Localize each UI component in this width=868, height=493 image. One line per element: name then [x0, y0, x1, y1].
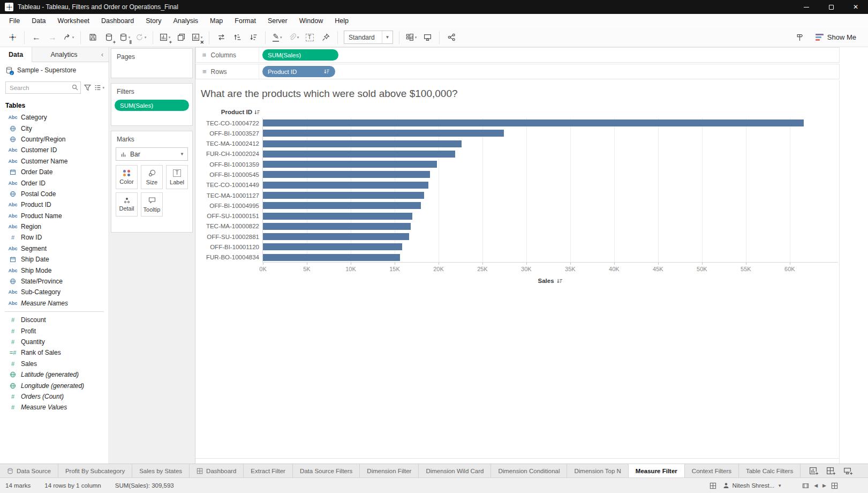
- columns-shelf[interactable]: ≡ Columns SUM(Sales): [195, 47, 840, 63]
- sheet-tab-dimension-top-n[interactable]: Dimension Top N: [567, 464, 628, 477]
- bar[interactable]: [263, 130, 504, 137]
- bar[interactable]: [263, 243, 402, 250]
- field-longitude-generated[interactable]: Longitude (generated): [0, 380, 109, 391]
- x-axis-label[interactable]: Sales: [262, 278, 838, 284]
- field-latitude-generated[interactable]: Latitude (generated): [0, 369, 109, 380]
- group-members-button[interactable]: ▾: [286, 30, 301, 45]
- field-measure-values[interactable]: #Measure Values: [0, 402, 109, 413]
- mark-type-dropdown[interactable]: Bar ▼: [116, 147, 188, 161]
- row-label[interactable]: TEC-MA-10000822: [206, 223, 259, 229]
- sheet-tab-dimension-conditional[interactable]: Dimension Conditional: [491, 464, 567, 477]
- duplicate-sheet-button[interactable]: [173, 30, 188, 45]
- new-data-source-button[interactable]: +: [101, 30, 116, 45]
- bar[interactable]: [263, 192, 424, 199]
- replay-button[interactable]: ▾: [61, 30, 76, 45]
- sheet-tab-context-filters[interactable]: Context Filters: [685, 464, 739, 477]
- filter-fields-icon[interactable]: [84, 84, 91, 91]
- field-city[interactable]: City: [0, 123, 109, 133]
- field-discount[interactable]: #Discount: [0, 315, 109, 325]
- show-hide-cards-button[interactable]: ▾: [404, 30, 419, 45]
- collapse-pane-icon[interactable]: ‹: [96, 47, 109, 62]
- field-segment[interactable]: AbcSegment: [0, 243, 109, 254]
- undo-button[interactable]: ←: [29, 30, 44, 45]
- menu-window[interactable]: Window: [293, 14, 329, 28]
- row-label[interactable]: OFF-SU-10000151: [207, 213, 259, 219]
- fix-axes-button[interactable]: [318, 30, 333, 45]
- mark-color-button[interactable]: Color: [116, 165, 138, 189]
- worksheet-flag-icon[interactable]: [792, 30, 807, 45]
- columns-pill-sum-sales[interactable]: SUM(Sales): [262, 49, 338, 61]
- field-ship-mode[interactable]: AbcShip Mode: [0, 265, 109, 275]
- mark-detail-button[interactable]: Detail: [116, 192, 138, 216]
- field-postal-code[interactable]: Postal Code: [0, 189, 109, 199]
- swap-rows-and-columns-button[interactable]: [214, 30, 229, 45]
- view-as-list-icon[interactable]: ▾: [94, 84, 104, 91]
- bar[interactable]: [263, 202, 421, 209]
- menu-format[interactable]: Format: [229, 14, 262, 28]
- menu-map[interactable]: Map: [204, 14, 229, 28]
- show-mark-labels-button[interactable]: T: [302, 30, 317, 45]
- field-order-id[interactable]: AbcOrder ID: [0, 177, 109, 188]
- redo-button[interactable]: →: [45, 30, 60, 45]
- field-rank-of-sales[interactable]: =#Rank of Sales: [0, 347, 109, 358]
- minimize-button[interactable]: [794, 0, 819, 14]
- row-field-header[interactable]: Product ID: [195, 109, 260, 115]
- maximize-button[interactable]: [819, 0, 843, 14]
- datasource-row[interactable]: ✓ Sample - Superstore: [0, 62, 109, 78]
- row-label[interactable]: TEC-CO-10001449: [206, 182, 259, 188]
- field-customer-name[interactable]: AbcCustomer Name: [0, 156, 109, 167]
- sheet-tab-dashboard[interactable]: Dashboard: [190, 464, 244, 477]
- tableau-home-button[interactable]: [5, 30, 20, 45]
- bar[interactable]: [263, 233, 409, 240]
- pause-auto-updates-button[interactable]: ‖▾: [117, 30, 132, 45]
- row-label[interactable]: TEC-MA-10002412: [206, 140, 259, 147]
- tab-analytics[interactable]: Analytics: [32, 47, 96, 62]
- bar[interactable]: [263, 171, 430, 178]
- menu-dashboard[interactable]: Dashboard: [95, 14, 140, 28]
- field-sub-category[interactable]: AbcSub-Category: [0, 287, 109, 297]
- row-label[interactable]: OFF-BI-10003527: [209, 130, 259, 137]
- field-row-id[interactable]: #Row ID: [0, 232, 109, 243]
- field-category[interactable]: AbcCategory: [0, 112, 109, 123]
- row-label[interactable]: OFF-SU-10002881: [207, 234, 259, 240]
- row-label[interactable]: FUR-CH-10002024: [206, 151, 259, 157]
- row-label[interactable]: OFF-BI-10001359: [209, 161, 259, 168]
- filter-pill-sum-sales[interactable]: SUM(Sales): [115, 100, 189, 111]
- menu-worksheet[interactable]: Worksheet: [52, 14, 96, 28]
- rows-shelf[interactable]: ≡ Rows Product ID: [195, 64, 840, 79]
- save-button[interactable]: [85, 30, 100, 45]
- share-workbook-button[interactable]: [444, 30, 459, 45]
- show-me-button[interactable]: Show Me: [816, 33, 856, 41]
- search-input[interactable]: [5, 81, 81, 94]
- filmstrip-icon[interactable]: [802, 482, 809, 489]
- menu-file[interactable]: File: [3, 14, 26, 28]
- new-worksheet-button[interactable]: +: [807, 466, 819, 476]
- sheet-sorter-icon[interactable]: [710, 482, 716, 489]
- new-dashboard-button[interactable]: +: [824, 466, 836, 476]
- field-region[interactable]: AbcRegion: [0, 221, 109, 232]
- bar[interactable]: [263, 151, 455, 158]
- menu-server[interactable]: Server: [262, 14, 293, 28]
- previous-sheet-icon[interactable]: ◀: [814, 483, 818, 488]
- new-worksheet-button[interactable]: +▾: [157, 30, 172, 45]
- row-label[interactable]: FUR-BO-10004834: [206, 254, 259, 260]
- row-label[interactable]: TEC-MA-10001127: [207, 192, 259, 199]
- bar[interactable]: [263, 254, 400, 261]
- fit-selector-dropdown[interactable]: Standard▼: [344, 31, 393, 44]
- close-button[interactable]: ✕: [843, 0, 868, 14]
- bar[interactable]: [263, 213, 412, 220]
- sort-descending-button[interactable]: [246, 30, 261, 45]
- bar[interactable]: [263, 119, 804, 126]
- bar[interactable]: [263, 140, 462, 147]
- menu-data[interactable]: Data: [26, 14, 51, 28]
- worksheet-title[interactable]: What are the products which were sold ab…: [201, 88, 458, 100]
- rows-pill-product-id[interactable]: Product ID: [262, 66, 335, 77]
- mark-tooltip-button[interactable]: Tooltip: [141, 192, 163, 216]
- row-label[interactable]: OFF-BI-10001120: [210, 244, 259, 250]
- run-update-button[interactable]: ▾: [133, 30, 148, 45]
- field-customer-id[interactable]: AbcCustomer ID: [0, 145, 109, 155]
- show-sheet-tabs-icon[interactable]: [831, 482, 838, 489]
- sheet-tab-sales-by-states[interactable]: Sales by States: [132, 464, 190, 477]
- field-product-name[interactable]: AbcProduct Name: [0, 211, 109, 221]
- menu-analysis[interactable]: Analysis: [167, 14, 204, 28]
